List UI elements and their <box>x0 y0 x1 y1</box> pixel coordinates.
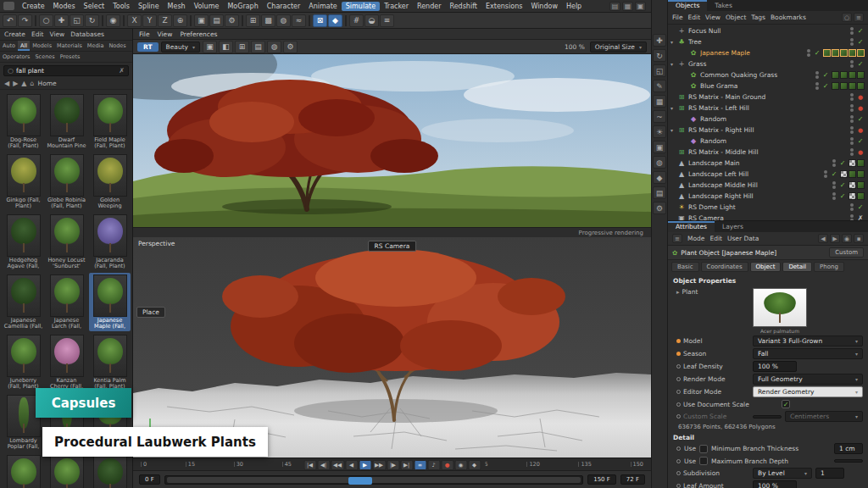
state-icon[interactable] <box>856 126 865 134</box>
visibility-dots[interactable] <box>850 126 854 134</box>
menu-item[interactable]: User Data <box>727 235 759 242</box>
asset-item[interactable] <box>46 453 87 488</box>
anim-dot-icon[interactable] <box>676 339 681 343</box>
anim-dot-icon[interactable] <box>676 446 681 451</box>
menu-item[interactable]: Mesh <box>164 2 190 11</box>
visibility-dots[interactable] <box>824 170 827 178</box>
object-name[interactable]: RS Matrix - Main Ground <box>688 93 848 101</box>
render-settings-icon[interactable]: ⚙ <box>283 41 298 53</box>
object-row[interactable]: RS Matrix - Right Hill <box>668 125 868 136</box>
render-settings-icon[interactable]: ⚙ <box>225 14 239 27</box>
state-icon[interactable] <box>821 82 830 90</box>
visibility-dots[interactable] <box>850 27 854 35</box>
grid-icon[interactable]: # <box>349 14 364 27</box>
object-row[interactable]: Japanese Maple <box>668 47 868 58</box>
pin-icon[interactable]: ◉ <box>842 234 852 243</box>
search-input[interactable] <box>16 67 116 75</box>
menu-item[interactable]: Mode <box>687 235 704 242</box>
back-icon[interactable]: ◀ <box>4 80 9 87</box>
next-key-button[interactable]: |▶ <box>387 460 399 470</box>
asset-item[interactable]: Japanese Maple (Fall, Plant) <box>89 273 131 331</box>
object-name[interactable]: Blue Grama <box>700 82 813 90</box>
asset-item[interactable]: Golden Weeping Willow (Fall, Plant) <box>89 152 131 211</box>
rotate-icon[interactable]: ↻ <box>653 49 666 62</box>
material-thumbnails[interactable] <box>832 82 865 90</box>
tag-icon[interactable]: ◆ <box>653 171 666 184</box>
asset-item[interactable]: Dwarf Mountain Pine (Fall, Plant) <box>46 92 87 151</box>
expander-icon[interactable] <box>670 105 677 111</box>
forward-icon[interactable]: ▶ <box>830 234 840 243</box>
material-thumbnails[interactable] <box>832 71 865 79</box>
menu-item[interactable]: Extensions <box>481 2 526 11</box>
editor-mode-dropdown[interactable]: Render Geometry <box>753 386 863 397</box>
state-icon[interactable] <box>813 49 821 57</box>
snapshot-icon[interactable]: ▣ <box>203 41 217 53</box>
redo-icon[interactable]: ↷ <box>18 14 32 27</box>
object-row[interactable]: Landscape Right Hill <box>668 191 868 202</box>
visibility-dots[interactable] <box>850 115 854 123</box>
visibility-dots[interactable] <box>850 38 854 46</box>
up-icon[interactable]: ▲ <box>21 80 26 87</box>
menu-item[interactable]: Preferences <box>180 30 217 38</box>
collapse-arrow-icon[interactable]: ▸ <box>676 289 680 296</box>
region-icon[interactable]: ⊞ <box>235 41 249 53</box>
state-icon[interactable] <box>856 60 865 68</box>
panel-menu-icon[interactable]: ≡ <box>672 234 682 243</box>
anim-dot-icon[interactable] <box>676 390 681 394</box>
material-thumbnails[interactable] <box>840 170 865 178</box>
range-slider-handle[interactable] <box>348 477 372 485</box>
asset-item[interactable]: Japanese Larch (Fall, Plant) <box>46 273 87 331</box>
object-row[interactable]: Landscape Middle Hill <box>668 180 868 191</box>
panel-tab[interactable]: Attributes <box>668 221 715 232</box>
toolbar-separator[interactable] <box>190 15 192 26</box>
menu-item[interactable]: View <box>158 30 173 38</box>
rt-toggle-button[interactable]: RT <box>137 42 159 52</box>
range-end-field[interactable]: 150 F <box>587 474 616 485</box>
object-row[interactable]: RS Matrix - Main Ground <box>668 92 868 103</box>
season-dropdown[interactable]: Fall <box>753 348 863 359</box>
menu-item[interactable]: Spline <box>134 2 164 11</box>
attribute-tab[interactable]: Detail <box>782 262 812 272</box>
object-row[interactable]: Common Quaking Grass <box>668 69 868 80</box>
panel-tab[interactable]: Takes <box>707 0 740 11</box>
layout-split-icon[interactable]: ▦ <box>622 2 633 11</box>
panel-tab[interactable]: Objects <box>668 0 707 11</box>
home-icon[interactable]: ⌂ <box>30 80 34 87</box>
anim-dot-icon[interactable] <box>676 414 681 419</box>
scale-icon[interactable]: ◱ <box>70 14 84 27</box>
object-name[interactable]: Landscape Left Hill <box>688 170 821 178</box>
modes-icon[interactable]: ≡ <box>380 14 394 27</box>
material-thumbnails[interactable] <box>823 49 865 57</box>
subdivision-level-field[interactable]: 1 <box>815 468 844 479</box>
material-thumbnails[interactable] <box>849 159 865 167</box>
sub-tab[interactable]: Operators <box>0 52 32 62</box>
camera-icon[interactable]: ▣ <box>653 141 666 153</box>
anim-dot-icon[interactable] <box>676 459 681 463</box>
visibility-dots[interactable] <box>832 181 836 189</box>
expander-icon[interactable] <box>670 127 677 133</box>
object-row[interactable]: Blue Grama <box>668 80 868 92</box>
autokey-button[interactable]: ◉ <box>454 460 467 470</box>
sound-button[interactable]: ♪ <box>427 460 440 470</box>
move-icon[interactable]: ✚ <box>653 34 666 47</box>
menu-item[interactable]: Create <box>18 2 49 11</box>
viewport-label[interactable]: Perspective <box>138 240 175 247</box>
interactive-render-icon[interactable]: ⊠ <box>313 14 327 27</box>
state-icon[interactable] <box>838 159 847 167</box>
asset-item[interactable]: Japanese Camellia (Fall, Plant) <box>3 273 44 331</box>
attribute-tab[interactable]: Phong <box>814 262 844 272</box>
denoise-icon[interactable]: ◍ <box>267 41 281 53</box>
next-frame-button[interactable]: ▶▶ <box>372 460 386 470</box>
object-row[interactable]: Random <box>668 136 868 147</box>
toolbar-separator[interactable] <box>35 15 36 26</box>
menu-item[interactable]: Object <box>726 14 746 21</box>
sub-tab[interactable]: Presets <box>58 52 83 62</box>
object-name[interactable]: Grass <box>688 60 848 68</box>
live-select-icon[interactable]: ○ <box>39 14 53 27</box>
bucket-icon[interactable]: ▤ <box>251 41 265 53</box>
render-queue-icon[interactable]: ▤ <box>209 14 224 27</box>
layout-single-icon[interactable]: ▣ <box>635 2 646 11</box>
state-icon[interactable] <box>856 115 865 123</box>
material-thumbnails[interactable] <box>849 192 865 200</box>
y-axis-button[interactable]: Y <box>142 14 157 27</box>
